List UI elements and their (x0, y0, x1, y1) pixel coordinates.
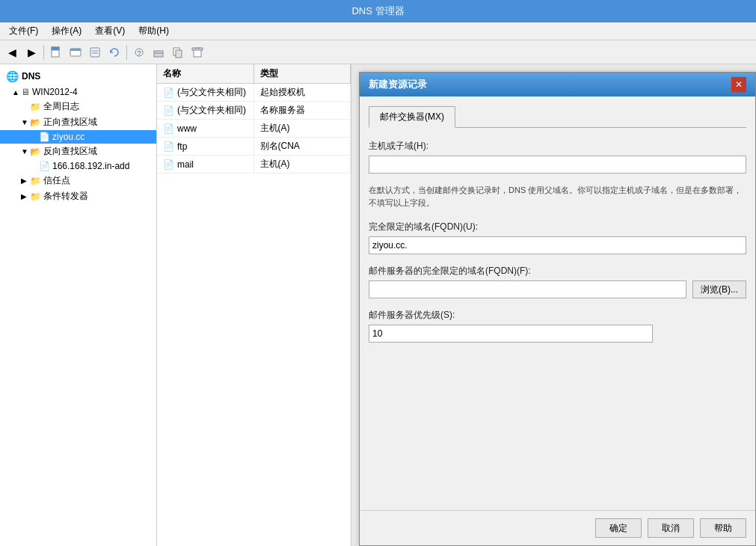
tree-node-label: 正向查找区域 (43, 116, 97, 129)
header-type: 类型 (254, 64, 351, 83)
toolbar-btn-9[interactable] (188, 43, 206, 61)
tree-node-label: 条件转发器 (43, 190, 88, 203)
list-cell-type: 别名(CNA (254, 138, 351, 155)
dialog: 新建资源记录 ✕ 邮件交换器(MX) 主机或子域(H): 在默认方式，当创建邮件… (359, 72, 756, 546)
toolbar-sep-2 (126, 45, 127, 60)
svg-rect-14 (192, 48, 203, 50)
fqdn-field-group: 完全限定的域名(FQDN)(U): (369, 221, 746, 254)
tab-mx[interactable]: 邮件交换器(MX) (369, 106, 455, 128)
tree-panel: 🌐 DNS ▲ 🖥 WIN2012-4 📁 全周日志 ▼ 📂 正向查找区域 📄 … (0, 64, 157, 546)
toolbar-forward[interactable]: ▶ (22, 43, 40, 61)
zone-icon: 📄 (39, 132, 50, 142)
toolbar-back[interactable]: ◀ (3, 43, 21, 61)
folder-icon: 📁 (30, 102, 41, 112)
toolbar-btn-7[interactable] (150, 43, 168, 61)
tree-root: 🌐 DNS (0, 67, 156, 85)
list-cell-name: 📄 www (157, 120, 254, 137)
tree-node-label: 166.168.192.in-add (52, 161, 129, 171)
list-cell-type: 主机(A) (254, 156, 351, 173)
browse-button[interactable]: 浏览(B)... (692, 280, 746, 298)
record-icon: 📄 (163, 123, 174, 134)
dialog-footer: 确定 取消 帮助 (360, 510, 755, 545)
menu-bar: 文件(F) 操作(A) 查看(V) 帮助(H) (0, 22, 756, 40)
tree-node-label: WIN2012-4 (32, 87, 78, 97)
folder-icon: 📂 (30, 147, 41, 157)
mail-fqdn-input[interactable] (369, 280, 686, 298)
dialog-close-button[interactable]: ✕ (731, 77, 746, 92)
header-name: 名称 (157, 64, 254, 83)
help-button[interactable]: 帮助 (700, 518, 746, 538)
menu-view[interactable]: 查看(V) (89, 23, 131, 39)
tree-root-label: DNS (22, 71, 40, 82)
list-cell-name: 📄 ftp (157, 138, 254, 155)
dialog-body: 邮件交换器(MX) 主机或子域(H): 在默认方式，当创建邮件交换记录时，DNS… (360, 96, 755, 510)
dns-icon: 🌐 (6, 70, 19, 82)
host-field-group: 主机或子域(H): (369, 140, 746, 174)
record-icon: 📄 (163, 105, 174, 116)
dialog-title-text: 新建资源记录 (369, 78, 427, 91)
list-item[interactable]: 📄 (与父文件夹相同) 起始授权机 (157, 84, 351, 102)
priority-input[interactable] (369, 325, 653, 343)
toolbar-btn-3[interactable] (47, 43, 65, 61)
expand-icon: ▼ (21, 118, 30, 126)
toolbar-btn-5[interactable] (86, 43, 104, 61)
svg-text:?: ? (137, 49, 141, 57)
cancel-button[interactable]: 取消 (648, 518, 694, 538)
tree-node-label: 信任点 (43, 174, 70, 187)
toolbar: ◀ ▶ ? (0, 40, 756, 64)
list-item[interactable]: 📄 ftp 别名(CNA (157, 138, 351, 156)
menu-file[interactable]: 文件(F) (3, 23, 44, 39)
fqdn-input[interactable] (369, 236, 746, 254)
tree-node-reverse-zone[interactable]: 📄 166.168.192.in-add (0, 159, 156, 173)
expand-icon: ▲ (12, 88, 21, 96)
dialog-area: 新建资源记录 ✕ 邮件交换器(MX) 主机或子域(H): 在默认方式，当创建邮件… (351, 64, 756, 546)
folder-icon: 📂 (30, 117, 41, 128)
description-text: 在默认方式，当创建邮件交换记录时，DNS 使用父域名。你可以指定主机或子域名，但… (369, 184, 746, 209)
record-icon: 📄 (163, 159, 174, 170)
list-cell-type: 名称服务器 (254, 102, 351, 119)
list-cell-name: 📄 mail (157, 156, 254, 173)
list-item[interactable]: 📄 (与父文件夹相同) 名称服务器 (157, 102, 351, 120)
list-cell-name: 📄 (与父文件夹相同) (157, 102, 254, 119)
expand-icon: ▶ (21, 177, 30, 185)
expand-icon: ▶ (21, 192, 30, 200)
tree-node-label: 反向查找区域 (43, 145, 97, 158)
tab-bar: 邮件交换器(MX) (369, 105, 746, 128)
toolbar-btn-8[interactable] (169, 43, 187, 61)
tree-node-forward2[interactable]: ▶ 📁 条件转发器 (0, 188, 156, 204)
ok-button[interactable]: 确定 (595, 518, 642, 538)
host-input[interactable] (369, 156, 746, 174)
server-icon: 🖥 (21, 87, 30, 97)
list-item[interactable]: 📄 www 主机(A) (157, 120, 351, 138)
tree-node-log[interactable]: 📁 全周日志 (0, 99, 156, 114)
tree-node-win2012[interactable]: ▲ 🖥 WIN2012-4 (0, 85, 156, 99)
tree-node-trust[interactable]: ▶ 📁 信任点 (0, 173, 156, 188)
expand-icon: ▼ (21, 147, 30, 156)
list-header: 名称 类型 (157, 64, 351, 84)
host-label: 主机或子域(H): (369, 140, 746, 153)
toolbar-btn-refresh[interactable] (105, 43, 123, 61)
list-cell-type: 起始授权机 (254, 84, 351, 101)
mail-fqdn-row: 浏览(B)... (369, 280, 746, 298)
toolbar-btn-6[interactable]: ? (130, 43, 148, 61)
toolbar-btn-4[interactable] (67, 43, 84, 61)
toolbar-sep-1 (43, 45, 44, 60)
folder-icon: 📁 (30, 176, 41, 186)
priority-label: 邮件服务器优先级(S): (369, 309, 746, 322)
list-panel: 名称 类型 📄 (与父文件夹相同) 起始授权机 📄 (与父文件夹相同) 名称服务… (157, 64, 351, 546)
menu-help[interactable]: 帮助(H) (132, 23, 175, 39)
mail-fqdn-label: 邮件服务器的完全限定的域名(FQDN)(F): (369, 265, 746, 277)
zone-icon: 📄 (39, 161, 50, 171)
svg-rect-12 (176, 50, 182, 58)
fqdn-label: 完全限定的域名(FQDN)(U): (369, 221, 746, 233)
tree-node-label: ziyou.cc (52, 132, 84, 142)
tree-node-ziyou[interactable]: 📄 ziyou.cc (0, 130, 156, 144)
tree-node-forward[interactable]: ▼ 📂 正向查找区域 (0, 114, 156, 130)
menu-action[interactable]: 操作(A) (46, 23, 87, 39)
tree-node-reverse[interactable]: ▼ 📂 反向查找区域 (0, 144, 156, 159)
window-title: DNS 管理器 (351, 4, 404, 18)
svg-rect-9 (154, 51, 163, 57)
folder-icon: 📁 (30, 191, 41, 202)
tree-node-label: 全周日志 (43, 100, 79, 113)
list-item[interactable]: 📄 mail 主机(A) (157, 156, 351, 174)
